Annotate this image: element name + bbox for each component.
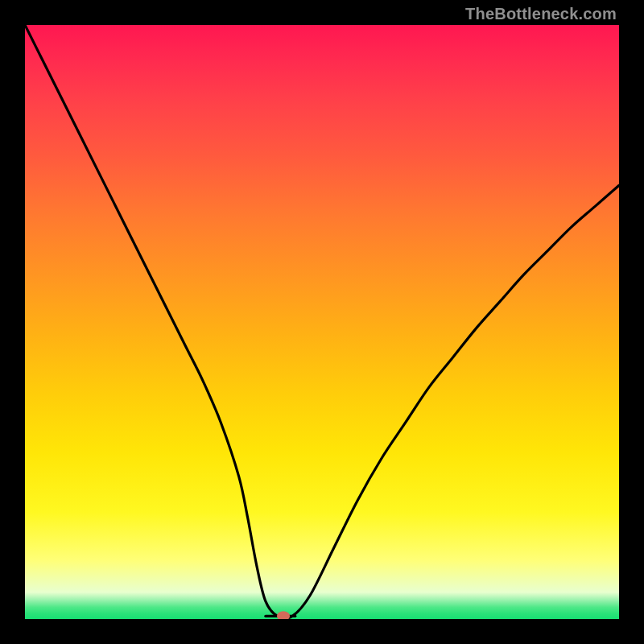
bottleneck-curve xyxy=(25,25,619,618)
minimum-marker-icon xyxy=(277,611,290,619)
watermark-label: TheBottleneck.com xyxy=(465,5,617,23)
plot-area xyxy=(25,25,619,619)
chart-frame: TheBottleneck.com xyxy=(0,0,644,644)
curve-layer xyxy=(25,25,619,619)
